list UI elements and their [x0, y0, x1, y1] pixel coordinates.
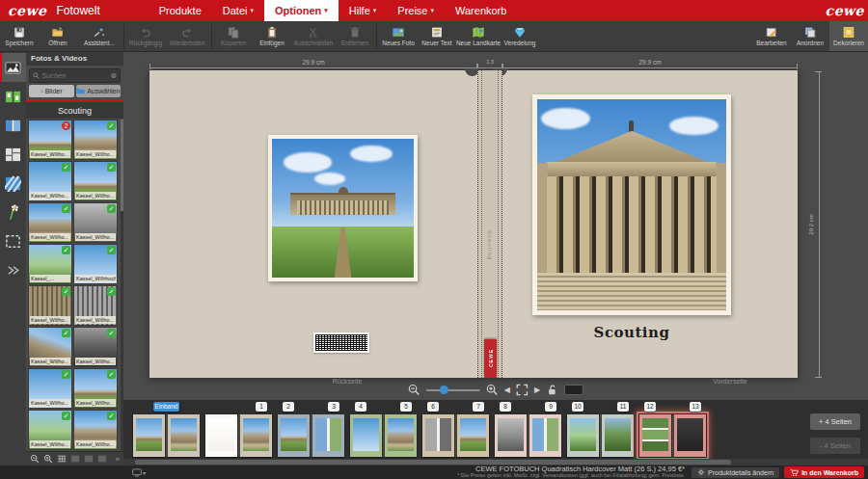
- bearbeiten-button[interactable]: Bearbeiten: [752, 21, 791, 51]
- page-number-tag: 8: [500, 402, 511, 412]
- neue-landkarte-button[interactable]: Neue Landkarte: [456, 21, 501, 51]
- photo-thumbnail[interactable]: ✓Kassel_Willho...: [28, 285, 72, 326]
- zoom-controls: ◀ ▶: [408, 384, 583, 396]
- rail-item-more[interactable]: [0, 255, 26, 284]
- fit-to-screen-icon[interactable]: [516, 384, 529, 396]
- page-number-tag: 11: [617, 402, 629, 412]
- album-section-header[interactable]: Scouting: [26, 102, 123, 119]
- page-spread-thumbnail[interactable]: 23: [278, 414, 344, 457]
- zoom-slider[interactable]: [426, 389, 480, 391]
- search-box[interactable]: ⊗: [29, 68, 121, 83]
- thumbnail-zoom-out-icon[interactable]: [30, 454, 40, 464]
- menu-label: Hilfe: [349, 5, 370, 16]
- vertical-ruler: 29.2 cm: [814, 71, 820, 378]
- veredelung-button[interactable]: Veredelung: [501, 21, 539, 51]
- book-cover-spread[interactable]: Scouting CEWE Scouting: [149, 70, 798, 378]
- page-spread-thumbnail[interactable]: 89: [495, 414, 561, 457]
- back-cover-photo[interactable]: [268, 135, 418, 281]
- mini-page-left: [639, 414, 671, 457]
- page-spread-thumbnail[interactable]: 1213: [639, 414, 706, 457]
- product-details-button[interactable]: Produktdetails ändern: [692, 467, 779, 478]
- assistent--button[interactable]: Assistent...: [77, 21, 122, 51]
- display-scale-button[interactable]: ▾: [132, 468, 146, 477]
- spread-thumbnails: Einband12345678910111213: [133, 414, 706, 457]
- rail-item-templates[interactable]: [0, 140, 26, 169]
- page-spread-thumbnail[interactable]: 1011: [567, 414, 634, 457]
- chevron-left-icon: ‹: [41, 87, 43, 95]
- photo-thumbnail[interactable]: ✓Kassel_...: [28, 244, 72, 284]
- photo-thumbnail[interactable]: ✓Kassel_Willho...: [73, 120, 118, 160]
- search-input[interactable]: [41, 71, 108, 80]
- page-spread-thumbnail[interactable]: 67: [422, 414, 489, 457]
- einfügen-button[interactable]: Einfügen: [253, 21, 291, 51]
- menu-preise[interactable]: Preise▾: [387, 0, 445, 21]
- selected-check-badge: ✓: [107, 412, 116, 420]
- page-spread-thumbnail[interactable]: 1: [205, 414, 272, 457]
- photo-thumbnail[interactable]: ✓Kassel_Willho...: [28, 410, 72, 450]
- single-page-view-toggle[interactable]: [564, 385, 583, 395]
- next-spread-icon[interactable]: ▶: [534, 386, 540, 394]
- back-to-bilder-button[interactable]: ‹Bilder: [29, 85, 74, 97]
- add-to-cart-button[interactable]: In den Warenkorb: [784, 466, 864, 478]
- rail-item-layouts[interactable]: [0, 82, 26, 111]
- photo-thumbnail[interactable]: ✓Kassel_Willho...: [28, 202, 72, 243]
- photo-thumbnail[interactable]: ✓Kassel_Willho...: [73, 410, 118, 450]
- previous-spread-icon[interactable]: ◀: [504, 386, 510, 394]
- photo-thumbnail[interactable]: ✓Kassel_Willho...: [73, 368, 118, 409]
- neues-foto-button[interactable]: Neues Foto: [379, 21, 418, 51]
- toolbar-separator: [211, 24, 212, 48]
- new-map-icon: [472, 26, 485, 39]
- photo-thumbnail[interactable]: ✓Kassel_Willho...: [73, 285, 118, 326]
- tools-more-icon[interactable]: »: [116, 455, 120, 464]
- paste-icon: [265, 26, 279, 39]
- menu-hilfe[interactable]: Hilfe▾: [339, 0, 388, 21]
- speichern-button[interactable]: Speichern: [0, 21, 39, 51]
- rail-item-frames[interactable]: [0, 226, 26, 255]
- clear-search-icon[interactable]: ⊗: [110, 72, 117, 80]
- front-cover-photo[interactable]: [532, 94, 731, 315]
- app-title: Fotowelt: [56, 4, 99, 17]
- menu-label: Datei: [223, 5, 248, 16]
- menu-warenkorb[interactable]: Warenkorb: [445, 0, 517, 21]
- photo-thumbnail[interactable]: ✓Kassel_Willho...: [73, 327, 118, 367]
- page-spread-thumbnail[interactable]: 45: [350, 414, 417, 457]
- photo-thumbnail[interactable]: ✓Kassel_Willho...: [73, 202, 118, 243]
- zoom-slider-knob[interactable]: [440, 386, 448, 394]
- menu-datei[interactable]: Datei▾: [212, 0, 264, 21]
- photo-thumbnail[interactable]: ✓Kassel_Willho...: [28, 161, 72, 201]
- toolbar-button-label: Neuer Text: [421, 40, 451, 46]
- zoom-in-icon[interactable]: [486, 384, 499, 396]
- page-spread-thumbnail[interactable]: Einband: [133, 414, 200, 457]
- dekorieren-button[interactable]: Dekorieren: [829, 21, 868, 51]
- neuer-text-button[interactable]: Neuer Text: [418, 21, 456, 51]
- menu-optionen[interactable]: Optionen▾: [264, 0, 339, 21]
- rail-item-backgrounds[interactable]: [0, 169, 26, 198]
- rail-item-spreads[interactable]: [0, 111, 26, 140]
- rail-item-cliparts[interactable]: [0, 198, 26, 226]
- add-pages-button[interactable]: + 4 Seiten: [810, 413, 860, 430]
- photo-thumbnail[interactable]: 2Kassel_Willho...: [28, 120, 72, 160]
- floppy-disk-icon: [13, 26, 26, 39]
- photo-filename: Kassel_Willho...: [30, 150, 70, 158]
- photo-thumbnail[interactable]: ✓Kassel_Willho...: [28, 368, 72, 409]
- spreads-icon: [5, 118, 21, 134]
- thumbnail-zoom-in-icon[interactable]: [43, 454, 53, 464]
- öffnen-button[interactable]: Öffnen: [39, 21, 77, 51]
- book-spine[interactable]: Scouting CEWE: [477, 70, 502, 378]
- anordnen-button[interactable]: Anordnen: [791, 21, 829, 51]
- zoom-out-icon[interactable]: [408, 384, 420, 396]
- photo-thumbnail[interactable]: ✓Kassel_Willho...: [73, 161, 118, 201]
- unlock-icon[interactable]: [546, 384, 558, 396]
- grid-view-icon[interactable]: [57, 454, 67, 464]
- mini-photo: [460, 418, 486, 451]
- spine-title[interactable]: Scouting: [487, 230, 493, 260]
- menu-produkte[interactable]: Produkte: [149, 0, 212, 21]
- select-photos-button[interactable]: Auswählen: [76, 85, 122, 97]
- sidebar-scrollbar[interactable]: [121, 120, 123, 451]
- rail-item-photos[interactable]: [0, 53, 26, 82]
- photo-filename: Kassel_Willho...: [30, 440, 70, 448]
- cover-title-text[interactable]: Scouting: [532, 324, 731, 341]
- mini-page-left: [495, 414, 527, 457]
- photo-thumbnail[interactable]: ✓Kassel_Wilhhoch-00...: [73, 244, 118, 284]
- photo-thumbnail[interactable]: ✓Kassel_Willho...: [28, 327, 72, 367]
